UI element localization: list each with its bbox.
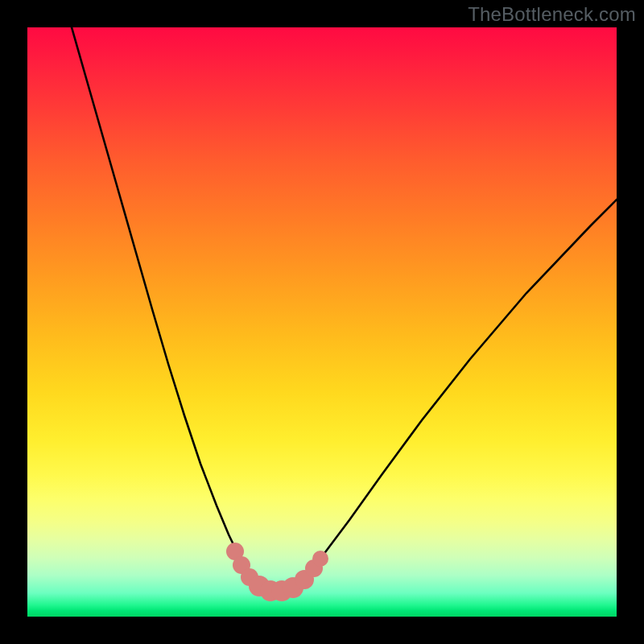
bottleneck-curve bbox=[72, 27, 617, 591]
curve-marker bbox=[312, 551, 328, 567]
outer-frame: TheBottleneck.com bbox=[0, 0, 644, 644]
curve-layer bbox=[27, 27, 617, 617]
plot-area bbox=[27, 27, 617, 617]
curve-markers bbox=[226, 543, 328, 601]
watermark-text: TheBottleneck.com bbox=[468, 3, 636, 26]
